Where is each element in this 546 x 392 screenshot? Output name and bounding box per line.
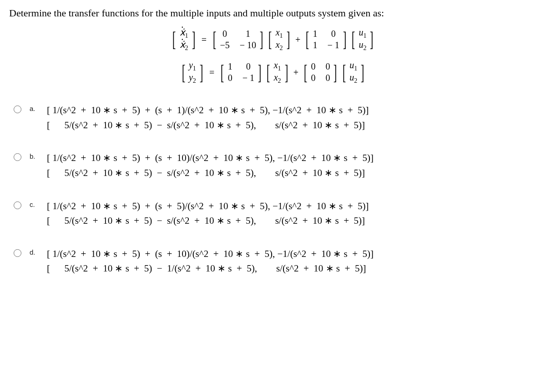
option-label: d. [30, 248, 39, 256]
option-label: b. [30, 152, 39, 160]
option-label: a. [30, 105, 39, 112]
option-label: c. [30, 201, 39, 208]
radio-icon[interactable] [14, 201, 21, 209]
option-c[interactable]: c. [ 1/(s^2 + 10 ∗ s + 5) + (s + 5)/(s^2… [14, 199, 537, 228]
state-equation: [ ẋ1 ẋ2 ] = [ 01 −5− 10 ] [ x1 x2 ] + [ … [9, 27, 537, 52]
radio-icon[interactable] [14, 249, 21, 257]
equation-block: [ ẋ1 ẋ2 ] = [ 01 −5− 10 ] [ x1 x2 ] + [ … [9, 27, 537, 85]
radio-icon[interactable] [14, 153, 21, 161]
option-body: [ 1/(s^2 + 10 ∗ s + 5) + (s + 1)/(s^2 + … [47, 103, 369, 132]
option-body: [ 1/(s^2 + 10 ∗ s + 5) + (s + 10)/(s^2 +… [47, 151, 374, 180]
option-body: [ 1/(s^2 + 10 ∗ s + 5) + (s + 5)/(s^2 + … [47, 199, 369, 228]
radio-icon[interactable] [14, 106, 21, 113]
answer-options: a. [ 1/(s^2 + 10 ∗ s + 5) + (s + 1)/(s^2… [14, 103, 537, 276]
option-a[interactable]: a. [ 1/(s^2 + 10 ∗ s + 5) + (s + 1)/(s^2… [14, 103, 537, 132]
question-text: Determine the transfer functions for the… [9, 7, 537, 19]
option-body: [ 1/(s^2 + 10 ∗ s + 5) + (s + 10)/(s^2 +… [47, 246, 374, 276]
output-equation: [ y1 y2 ] = [ 10 0− 1 ] [ x1 x2 ] + [ 00… [9, 60, 537, 85]
option-b[interactable]: b. [ 1/(s^2 + 10 ∗ s + 5) + (s + 10)/(s^… [14, 151, 537, 180]
option-d[interactable]: d. [ 1/(s^2 + 10 ∗ s + 5) + (s + 10)/(s^… [14, 246, 537, 276]
